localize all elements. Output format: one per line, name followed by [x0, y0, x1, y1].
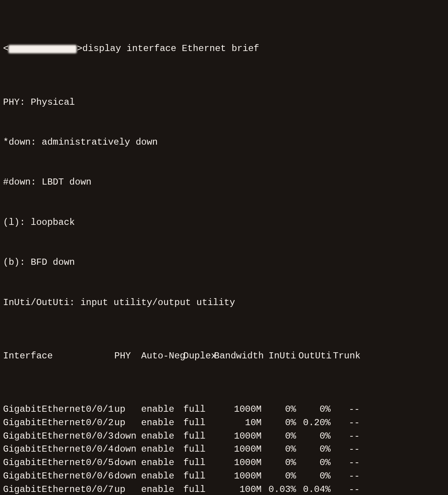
cell-interface: GigabitEthernet0/0/7 — [3, 483, 114, 495]
table-header-row: Interface PHY Auto-Neg Duplex Bandwidth … — [3, 350, 445, 363]
cell-phy: down — [114, 443, 141, 456]
cell-interface: GigabitEthernet0/0/4 — [3, 443, 114, 456]
col-header-duplex: Duplex — [183, 350, 214, 363]
cell-trunk: -- — [333, 456, 360, 470]
cell-trunk: -- — [333, 430, 360, 443]
cell-oututi: 0% — [298, 403, 333, 416]
cell-interface: GigabitEthernet0/0/5 — [3, 456, 114, 470]
cell-interface: GigabitEthernet0/0/1 — [3, 403, 114, 416]
table-body: GigabitEthernet0/0/1upenablefull1000M0%0… — [3, 403, 445, 495]
cell-interface: GigabitEthernet0/0/6 — [3, 470, 114, 483]
cell-auto-neg: enable — [141, 403, 183, 416]
col-header-interface: Interface — [3, 350, 114, 363]
legend-utility: InUti/OutUti: input utility/output utili… — [3, 296, 445, 310]
cell-trunk: -- — [333, 416, 360, 430]
cell-oututi: 0% — [298, 443, 333, 456]
cell-duplex: full — [183, 403, 214, 416]
legend-admin-down: *down: administratively down — [3, 136, 445, 149]
cell-inuti: 0% — [264, 470, 298, 483]
cell-oututi: 0% — [298, 456, 333, 470]
legend-phy: PHY: Physical — [3, 96, 445, 109]
cell-duplex: full — [183, 430, 214, 443]
command-prompt-line: <>display interface Ethernet brief — [3, 42, 445, 56]
cell-bandwidth: 1000M — [214, 430, 264, 443]
legend-bfd-down: (b): BFD down — [3, 256, 445, 269]
cell-auto-neg: enable — [141, 483, 183, 495]
table-row: GigabitEthernet0/0/5downenablefull1000M0… — [3, 456, 445, 470]
cell-auto-neg: enable — [141, 470, 183, 483]
prompt-open: < — [3, 42, 8, 56]
cell-phy: down — [114, 430, 141, 443]
cell-duplex: full — [183, 470, 214, 483]
col-header-oututi: OutUti — [298, 350, 333, 363]
cell-trunk: -- — [333, 483, 360, 495]
table-row: GigabitEthernet0/0/7upenablefull100M0.03… — [3, 483, 445, 495]
cell-bandwidth: 1000M — [214, 470, 264, 483]
cell-interface: GigabitEthernet0/0/2 — [3, 416, 114, 430]
cell-duplex: full — [183, 416, 214, 430]
command-text: display interface Ethernet brief — [82, 42, 259, 56]
cell-auto-neg: enable — [141, 456, 183, 470]
cell-bandwidth: 10M — [214, 416, 264, 430]
col-header-trunk: Trunk — [333, 350, 360, 363]
cell-phy: down — [114, 470, 141, 483]
cell-bandwidth: 1000M — [214, 403, 264, 416]
cell-bandwidth: 1000M — [214, 456, 264, 470]
cell-oututi: 0.04% — [298, 483, 333, 495]
cell-trunk: -- — [333, 403, 360, 416]
table-row: GigabitEthernet0/0/1upenablefull1000M0%0… — [3, 403, 445, 416]
cell-trunk: -- — [333, 470, 360, 483]
cell-trunk: -- — [333, 443, 360, 456]
legend-lbdt-down: #down: LBDT down — [3, 176, 445, 189]
cell-bandwidth: 1000M — [214, 443, 264, 456]
cell-phy: up — [114, 403, 141, 416]
cell-duplex: full — [183, 456, 214, 470]
cell-interface: GigabitEthernet0/0/3 — [3, 430, 114, 443]
cell-auto-neg: enable — [141, 416, 183, 430]
table-row: GigabitEthernet0/0/2upenablefull10M0%0.2… — [3, 416, 445, 430]
cell-oututi: 0% — [298, 430, 333, 443]
hostname-redacted — [8, 44, 77, 54]
cell-auto-neg: enable — [141, 443, 183, 456]
cell-inuti: 0% — [264, 443, 298, 456]
cell-phy: down — [114, 456, 141, 470]
cell-oututi: 0.20% — [298, 416, 333, 430]
cell-oututi: 0% — [298, 470, 333, 483]
cell-inuti: 0.03% — [264, 483, 298, 495]
cell-auto-neg: enable — [141, 430, 183, 443]
cell-bandwidth: 100M — [214, 483, 264, 495]
cell-inuti: 0% — [264, 416, 298, 430]
cell-duplex: full — [183, 443, 214, 456]
table-row: GigabitEthernet0/0/3downenablefull1000M0… — [3, 430, 445, 443]
terminal-output: <>display interface Ethernet brief PHY: … — [0, 0, 448, 495]
cell-inuti: 0% — [264, 403, 298, 416]
col-header-phy: PHY — [114, 350, 141, 363]
table-row: GigabitEthernet0/0/6downenablefull1000M0… — [3, 470, 445, 483]
cell-phy: up — [114, 416, 141, 430]
cell-phy: up — [114, 483, 141, 495]
cell-duplex: full — [183, 483, 214, 495]
col-header-bandwidth: Bandwidth — [214, 350, 264, 363]
cell-inuti: 0% — [264, 430, 298, 443]
prompt-close: > — [77, 42, 82, 56]
col-header-auto-neg: Auto-Neg — [141, 350, 183, 363]
col-header-inuti: InUti — [264, 350, 298, 363]
legend-loopback: (l): loopback — [3, 216, 445, 229]
cell-inuti: 0% — [264, 456, 298, 470]
table-row: GigabitEthernet0/0/4downenablefull1000M0… — [3, 443, 445, 456]
